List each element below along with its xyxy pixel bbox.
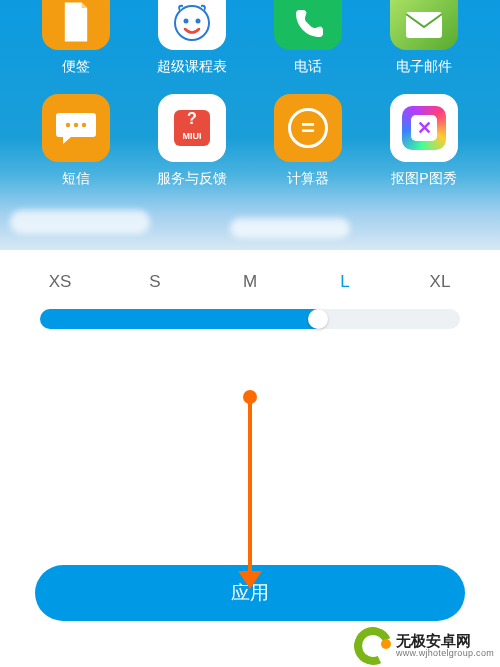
miui-icon: MIUI xyxy=(158,94,226,162)
home-screen-area: 便签 超级课程表 电话 电子邮件 短信 xyxy=(0,0,500,250)
mail-icon xyxy=(390,0,458,50)
watermark-url: www.wjhotelgroup.com xyxy=(396,649,494,659)
svg-rect-3 xyxy=(406,12,442,38)
app-pix[interactable]: ✕ 抠图P图秀 xyxy=(366,94,482,188)
app-note[interactable]: 便签 xyxy=(18,0,134,76)
app-label: 短信 xyxy=(62,170,90,188)
app-label: 超级课程表 xyxy=(157,58,227,76)
app-label: 抠图P图秀 xyxy=(391,170,456,188)
size-xl[interactable]: XL xyxy=(420,272,460,292)
course-icon xyxy=(158,0,226,50)
slider-thumb[interactable] xyxy=(308,309,328,329)
pix-icon: ✕ xyxy=(390,94,458,162)
size-xs[interactable]: XS xyxy=(40,272,80,292)
app-sms[interactable]: 短信 xyxy=(18,94,134,188)
calculator-icon: = xyxy=(274,94,342,162)
note-icon xyxy=(42,0,110,50)
cloud-deco xyxy=(10,210,150,234)
size-s[interactable]: S xyxy=(135,272,175,292)
app-calculator[interactable]: = 计算器 xyxy=(250,94,366,188)
svg-point-2 xyxy=(196,19,201,24)
app-mail[interactable]: 电子邮件 xyxy=(366,0,482,76)
sms-icon xyxy=(42,94,110,162)
app-phone[interactable]: 电话 xyxy=(250,0,366,76)
svg-point-4 xyxy=(66,123,70,127)
app-label: 电话 xyxy=(294,58,322,76)
app-grid: 便签 超级课程表 电话 电子邮件 短信 xyxy=(18,0,482,188)
size-l[interactable]: L xyxy=(325,272,365,292)
svg-point-6 xyxy=(82,123,86,127)
watermark-logo-icon xyxy=(354,627,392,665)
svg-point-0 xyxy=(175,6,209,40)
app-miui-feedback[interactable]: MIUI 服务与反馈 xyxy=(134,94,250,188)
app-label: 电子邮件 xyxy=(396,58,452,76)
miui-badge-text: MIUI xyxy=(183,131,202,141)
app-label: 服务与反馈 xyxy=(157,170,227,188)
slider-fill xyxy=(40,309,326,329)
cloud-deco xyxy=(230,218,350,238)
watermark: 无极安卓网 www.wjhotelgroup.com xyxy=(354,627,494,665)
svg-point-1 xyxy=(184,19,189,24)
size-options: XS S M L XL xyxy=(40,272,460,292)
phone-icon xyxy=(274,0,342,50)
watermark-title: 无极安卓网 xyxy=(396,633,494,650)
size-slider[interactable] xyxy=(40,308,460,330)
svg-point-5 xyxy=(74,123,78,127)
app-label: 便签 xyxy=(62,58,90,76)
annotation-arrow xyxy=(248,395,252,575)
app-label: 计算器 xyxy=(287,170,329,188)
app-course[interactable]: 超级课程表 xyxy=(134,0,250,76)
size-m[interactable]: M xyxy=(230,272,270,292)
